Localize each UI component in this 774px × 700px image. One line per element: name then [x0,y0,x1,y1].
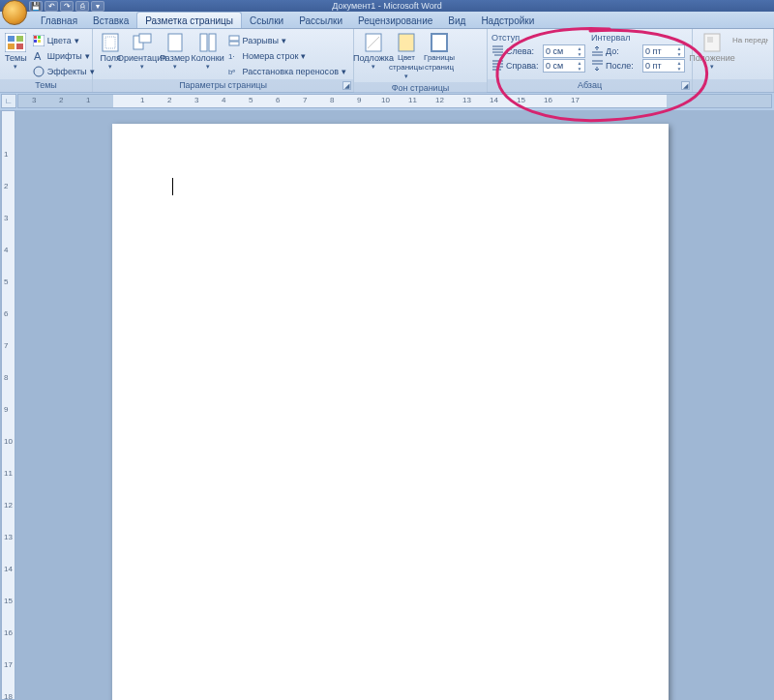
palette-icon [33,35,45,46]
spacing-column: Интервал До: 0 пт▲▼ После: 0 пт▲▼ [591,33,685,73]
ruler-number: 16 [4,628,13,637]
qat-undo-icon[interactable]: ↶ [45,1,58,12]
svg-rect-8 [34,40,37,43]
ribbon: Темы Цвета▾ A Шрифты▾ Эффекты▾ Темы [0,29,774,93]
horizontal-ruler[interactable]: 3211234567891011121314151617 [17,94,772,108]
group-paragraph: Отступ Слева: 0 см▲▼ Справа: 0 см▲▼ Инте… [488,29,693,92]
group-page-setup-title: Параметры страницы [93,79,353,92]
document-area: 123456789101112131415161718 [0,110,774,700]
ruler-number: 7 [303,96,307,104]
margins-button[interactable]: Поля [97,31,125,73]
ruler-number: 2 [59,96,63,104]
tab-view[interactable]: Вид [440,13,473,28]
ruler-number: 5 [4,277,8,286]
tab-addins[interactable]: Надстройки [473,13,542,28]
group-arrange-title [693,79,773,92]
svg-rect-6 [34,36,37,39]
indent-right-input[interactable]: 0 см▲▼ [543,59,585,73]
position-button[interactable]: Положение [697,31,728,73]
ruler-number: 10 [4,437,13,446]
ruler-number: 7 [4,341,8,350]
indent-header: Отступ [491,33,585,44]
page-color-button[interactable]: Цвет страницы [391,31,422,82]
svg-rect-20 [229,42,239,45]
svg-rect-17 [200,34,207,51]
ruler-number: 6 [276,96,280,104]
tab-mailings[interactable]: Рассылки [291,13,350,28]
ruler-number: 3 [194,96,198,104]
ruler-number: 16 [544,96,552,104]
indent-right-value: 0 см [546,61,563,71]
svg-rect-2 [16,36,23,42]
ruler-number: 10 [381,96,390,104]
breaks-button[interactable]: Разрывы▾ [225,33,349,47]
columns-button[interactable]: Колонки [193,31,223,73]
qat-print-icon[interactable]: ⎙ [75,1,89,12]
group-themes-title: Темы [0,79,92,92]
ruler-number: 9 [4,405,8,414]
office-button[interactable] [2,0,27,25]
document-page[interactable] [112,124,669,700]
effects-icon [33,66,45,77]
ruler-number: 12 [435,96,444,104]
spacing-before-input[interactable]: 0 пт▲▼ [642,44,685,58]
ruler-area: ∟ 3211234567891011121314151617 [0,93,774,110]
theme-fonts-label: Шрифты [47,51,82,61]
indent-right-icon [491,60,504,72]
theme-effects-button[interactable]: Эффекты▾ [30,64,98,78]
line-numbers-icon: 1· [228,50,240,62]
spacing-before-value: 0 пт [645,46,662,56]
watermark-icon [363,33,384,52]
ruler-number: 5 [249,96,253,104]
themes-label: Темы [5,53,27,63]
quick-access-toolbar: 💾 ↶ ↷ ⎙ ▾ [29,0,104,12]
orientation-icon [132,33,153,52]
bring-front-button[interactable]: На передний план [729,33,768,47]
tab-home[interactable]: Главная [33,13,85,28]
tab-page-layout[interactable]: Разметка страницы [136,12,242,28]
svg-rect-26 [432,34,447,51]
indent-right-label: Справа: [506,61,541,71]
tab-review[interactable]: Рецензирование [350,13,440,28]
ribbon-tabs: Главная Вставка Разметка страницы Ссылки… [0,12,774,29]
title-bar: Документ1 - Microsoft Word [0,0,774,12]
orientation-button[interactable]: Ориентация [127,31,158,73]
qat-redo-icon[interactable]: ↷ [60,1,74,12]
page-viewport[interactable] [15,110,774,700]
indent-left-icon [491,45,504,57]
paragraph-launcher[interactable]: ◢ [681,81,690,90]
line-numbers-button[interactable]: 1· Номера строк▾ [225,48,349,63]
page-borders-button[interactable]: Границы страниц [424,31,455,74]
svg-text:bᵃ: bᵃ [228,68,235,76]
theme-fonts-button[interactable]: A Шрифты▾ [30,48,98,63]
svg-text:1·: 1· [228,52,235,61]
title-text: Документ1 - Microsoft Word [332,1,441,11]
page-setup-launcher[interactable]: ◢ [342,81,351,90]
size-button[interactable]: Размер [160,31,191,73]
watermark-button[interactable]: Подложка [358,31,389,73]
indent-left-input[interactable]: 0 см▲▼ [543,44,585,58]
hyphenation-button[interactable]: bᵃ Расстановка переносов▾ [225,64,349,78]
qat-customize-icon[interactable]: ▾ [91,1,104,12]
vertical-ruler[interactable]: 123456789101112131415161718 [1,110,15,700]
ruler-number: 3 [4,214,8,222]
tab-insert[interactable]: Вставка [85,13,136,28]
fonts-icon: A [33,50,45,62]
tab-selector[interactable]: ∟ [1,94,16,108]
ruler-number: 6 [4,309,8,318]
svg-rect-18 [209,34,216,51]
tab-references[interactable]: Ссылки [242,13,291,28]
spacing-after-value: 0 пт [645,61,662,71]
ruler-number: 13 [4,533,13,541]
qat-save-icon[interactable]: 💾 [29,1,43,12]
ruler-number: 2 [167,96,171,104]
margins-icon [100,33,121,52]
spacing-after-icon [591,60,604,72]
group-arrange: Положение На передний план [693,29,774,92]
breaks-icon [228,35,240,46]
spacing-after-input[interactable]: 0 пт▲▼ [642,59,685,73]
columns-icon [197,33,219,52]
theme-colors-button[interactable]: Цвета▾ [30,33,98,47]
themes-button[interactable]: Темы [4,31,28,73]
page-color-icon [396,33,417,52]
